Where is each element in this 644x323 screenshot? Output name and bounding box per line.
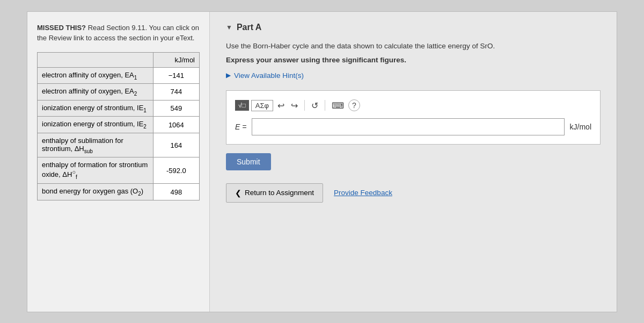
equation-row: E = kJ/mol: [235, 118, 591, 135]
unit-label: kJ/mol: [570, 123, 591, 131]
row-label: electron affinity of oxygen, EA1: [38, 67, 153, 84]
table-row: ionization energy of strontium, IE1 549: [38, 100, 200, 117]
missed-title: MISSED THIS?: [37, 24, 86, 32]
return-chevron-icon: ❮: [235, 189, 241, 197]
row-label: bond energy for oxygen gas (O2): [38, 184, 153, 200]
row-label: ionization energy of strontium, IE1: [38, 100, 153, 117]
undo-button[interactable]: ↩: [275, 99, 287, 112]
toolbar-separator: [304, 100, 305, 111]
missed-text: MISSED THIS? Read Section 9.11. You can …: [37, 23, 200, 44]
table-row: enthalpy of formation for strontium oxid…: [38, 157, 200, 184]
bottom-actions: ❮ Return to Assignment Provide Feedback: [226, 183, 601, 203]
row-label: electron affinity of oxygen, EA2: [38, 84, 153, 101]
table-row: bond energy for oxygen gas (O2) 498: [38, 184, 200, 200]
row-label: enthalpy of formation for strontium oxid…: [38, 157, 153, 184]
left-panel: MISSED THIS? Read Section 9.11. You can …: [27, 12, 210, 312]
row-value: −141: [153, 67, 199, 84]
keyboard-button[interactable]: ⌨: [330, 99, 346, 112]
table-row: electron affinity of oxygen, EA2 744: [38, 84, 200, 101]
answer-box: √□ ΑΣφ ↩ ↪ ↺ ⌨ ? E = kJ/mol: [226, 90, 601, 145]
hint-label: View Available Hint(s): [234, 71, 304, 80]
part-header: ▼ Part A: [226, 23, 601, 32]
toolbar-separator2: [325, 100, 325, 111]
return-label: Return to Assignment: [245, 189, 314, 197]
hint-arrow-icon: ▶: [226, 71, 231, 79]
part-label: Part A: [237, 23, 262, 32]
row-value: 1064: [153, 117, 199, 133]
table-row: enthalpy of sublimation for strontium, Δ…: [38, 133, 200, 157]
row-value: 498: [153, 184, 199, 200]
sqrt-button[interactable]: √□: [235, 100, 249, 111]
collapse-icon[interactable]: ▼: [226, 24, 232, 31]
data-table: kJ/mol electron affinity of oxygen, EA1 …: [37, 52, 200, 200]
submit-button[interactable]: Submit: [226, 153, 271, 170]
reset-button[interactable]: ↺: [309, 99, 320, 112]
row-value: 744: [153, 84, 199, 101]
part-description: Use the Born-Haber cycle and the data sh…: [226, 41, 601, 52]
toolbar: √□ ΑΣφ ↩ ↪ ↺ ⌨ ?: [235, 99, 591, 112]
row-value: 164: [153, 133, 199, 157]
feedback-link[interactable]: Provide Feedback: [334, 189, 392, 197]
equation-label: E =: [235, 123, 246, 131]
col1-header: [38, 52, 153, 67]
row-label: enthalpy of sublimation for strontium, Δ…: [38, 133, 153, 157]
table-row: ionization energy of strontium, IE2 1064: [38, 117, 200, 133]
hint-toggle[interactable]: ▶ View Available Hint(s): [226, 71, 601, 80]
table-row: electron affinity of oxygen, EA1 −141: [38, 67, 200, 84]
return-button[interactable]: ❮ Return to Assignment: [226, 183, 323, 203]
col2-header: kJ/mol: [153, 52, 199, 67]
part-instruction: Express your answer using three signific…: [226, 56, 601, 64]
greek-button[interactable]: ΑΣφ: [251, 100, 273, 111]
answer-input[interactable]: [252, 118, 564, 135]
help-button[interactable]: ?: [348, 99, 360, 111]
right-panel: ▼ Part A Use the Born-Haber cycle and th…: [210, 12, 617, 312]
row-value: -592.0: [153, 157, 199, 184]
redo-button[interactable]: ↪: [289, 99, 300, 112]
row-value: 549: [153, 100, 199, 117]
row-label: ionization energy of strontium, IE2: [38, 117, 153, 133]
